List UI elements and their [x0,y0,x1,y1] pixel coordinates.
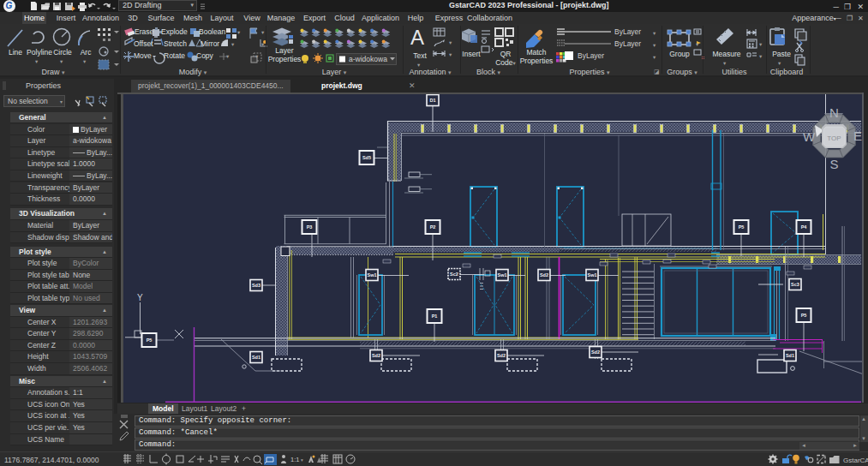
svg-text:D1: D1 [429,98,435,103]
svg-text:Sc2: Sc2 [450,272,458,277]
svg-text:W: W [803,129,816,144]
svg-text:Sd1: Sd1 [252,355,260,360]
svg-text:Y: Y [137,293,143,302]
svg-text:Sc3: Sc3 [791,282,799,287]
svg-text:Sw1: Sw1 [587,272,596,278]
svg-text:E: E [853,128,862,143]
svg-text:P3: P3 [307,224,313,230]
svg-text:1:1: 1:1 [290,456,299,463]
svg-text:Sd2: Sd2 [540,272,548,278]
svg-text:a-widokowa: a-widokowa [349,55,387,63]
svg-text:P5: P5 [739,224,745,230]
svg-text:TOP: TOP [827,134,841,142]
svg-text:N: N [829,105,839,120]
svg-text:Sw1: Sw1 [497,272,506,278]
svg-text:P2: P2 [430,224,436,230]
svg-text:▾: ▾ [301,457,303,463]
svg-text:Sd1: Sd1 [786,353,794,358]
svg-text:Sw1: Sw1 [367,272,376,278]
svg-text:P1: P1 [432,314,438,319]
svg-text:Sd5: Sd5 [362,155,371,160]
svg-text:Sd2: Sd2 [497,353,506,358]
svg-text:P5: P5 [801,313,807,318]
svg-text:Sd2: Sd2 [372,353,380,358]
svg-text:P4: P4 [801,224,808,230]
svg-text:A: A [410,26,424,49]
svg-text:Sd3: Sd3 [252,283,260,288]
svg-text:P5: P5 [147,338,153,343]
svg-text:Sd2: Sd2 [591,350,600,355]
svg-text:S: S [829,157,838,171]
